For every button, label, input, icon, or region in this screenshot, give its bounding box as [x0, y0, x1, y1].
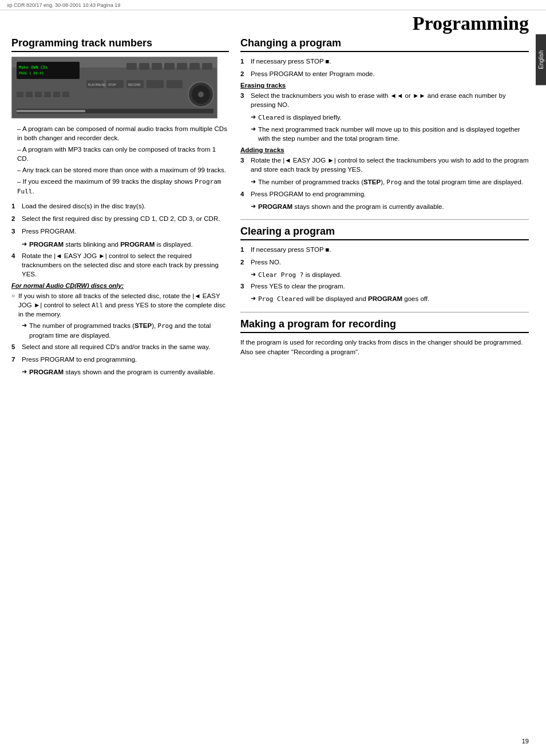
header-bar: xp CDR 820/17 eng. 30-08-2001 10:43 Pagi… — [0, 0, 546, 10]
page-title: Programming — [413, 13, 529, 34]
svg-rect-22 — [17, 92, 23, 97]
svg-rect-7 — [152, 63, 162, 70]
bullet-item: If you exceed the maximum of 99 tracks t… — [11, 177, 229, 196]
clearing-step-2-arrow: Clear Prog ? is displayed. — [251, 270, 529, 279]
svg-text:RECORD: RECORD — [128, 83, 141, 86]
svg-rect-27 — [62, 92, 69, 97]
step-2: 2 Select the first required disc by pres… — [11, 214, 229, 223]
changing-step-1: 1 If necessary press STOP ■. — [240, 57, 529, 66]
page-number: 19 — [522, 738, 529, 745]
device-image: Make OWN CDs PROG 1 00:45 — [11, 57, 217, 118]
svg-rect-24 — [35, 92, 42, 97]
clearing-step-3-arrow: Prog Cleared will be displayed and PROGR… — [251, 294, 529, 303]
svg-rect-25 — [44, 92, 51, 97]
erasing-arrow-2: The next programmed track number will mo… — [251, 125, 529, 143]
bullet-item: Any track can be stored more than once w… — [11, 165, 229, 175]
step-1: 1 Load the desired disc(s) in the disc t… — [11, 201, 229, 211]
left-column: Programming track numbers Make OWN CDs P… — [11, 37, 229, 745]
recording-text: If the program is used for recording onl… — [240, 338, 529, 358]
svg-text:STOP: STOP — [108, 83, 116, 86]
bullet-item: A program with MP3 tracks can only be co… — [11, 145, 229, 163]
svg-rect-18 — [147, 80, 164, 88]
changing-step-2: 2 Press PROGRAM to enter Program mode. — [240, 69, 529, 78]
svg-point-14 — [198, 92, 204, 97]
clearing-step-2: 2 Press NO. — [240, 258, 529, 267]
language-tab: English — [536, 34, 546, 85]
clearing-step-3: 3 Press YES to clear the program. — [240, 282, 529, 291]
left-section-title: Programming track numbers — [11, 37, 229, 52]
adding-step-3: 3 Rotate the |◄ EASY JOG ►| control to s… — [240, 156, 529, 174]
recording-title: Making a program for recording — [240, 318, 529, 333]
svg-rect-10 — [189, 63, 200, 70]
svg-rect-9 — [177, 63, 187, 70]
left-bullets: A program can be composed of normal audi… — [11, 124, 229, 196]
circle-item: If you wish to store all tracks of the s… — [11, 291, 229, 319]
main-content: Programming track numbers Make OWN CDs P… — [11, 37, 529, 745]
svg-rect-5 — [126, 63, 137, 70]
erasing-step-3: 3 Select the tracknumbers you wish to er… — [240, 91, 529, 109]
svg-rect-19 — [167, 80, 183, 88]
clearing-title: Clearing a program — [240, 225, 529, 240]
svg-rect-8 — [164, 63, 175, 70]
circle-arrow: The number of programmed tracks (STEP), … — [22, 321, 229, 339]
svg-text:PLAY/PAUSE: PLAY/PAUSE — [88, 83, 106, 86]
step-5: 5 Select and store all required CD's and… — [11, 342, 229, 351]
bullet-item: A program can be composed of normal audi… — [11, 124, 229, 143]
svg-rect-11 — [202, 63, 212, 70]
step-3: 3 Press PROGRAM. — [11, 227, 229, 236]
step-3-arrow: PROGRAM starts blinking and PROGRAM is d… — [22, 240, 229, 249]
svg-rect-6 — [139, 63, 149, 70]
adding-step-4-arrow: PROGRAM stays shown and the program is c… — [251, 202, 529, 211]
divider-1 — [240, 219, 529, 220]
svg-text:Make OWN CDs: Make OWN CDs — [19, 65, 48, 70]
adding-heading: Adding tracks — [240, 147, 529, 153]
svg-rect-21 — [17, 110, 85, 112]
adding-arrow: The number of programmed tracks (STEP), … — [251, 177, 529, 187]
right-column: Changing a program 1 If necessary press … — [240, 37, 529, 745]
erasing-arrow-1: Cleared is displayed briefly. — [251, 113, 529, 122]
svg-text:PROG 1  00:45: PROG 1 00:45 — [19, 71, 44, 75]
erasing-heading: Erasing tracks — [240, 82, 529, 89]
changing-title: Changing a program — [240, 37, 529, 52]
step-4: 4 Rotate the |◄ EASY JOG ►| control to s… — [11, 251, 229, 279]
header-text: xp CDR 820/17 eng. 30-08-2001 10:43 Pagi… — [7, 2, 120, 8]
step-7: 7 Press PROGRAM to end programming. — [11, 355, 229, 364]
adding-step-4: 4 Press PROGRAM to end programming. — [240, 189, 529, 199]
svg-rect-2 — [17, 62, 80, 79]
clearing-step-1: 1 If necessary press STOP ■. — [240, 245, 529, 254]
svg-rect-23 — [26, 92, 33, 97]
subnote-heading: For normal Audio CD(RW) discs only: — [11, 282, 229, 289]
step-7-arrow: PROGRAM stays shown and the program is c… — [22, 367, 229, 377]
divider-2 — [240, 312, 529, 312]
svg-rect-26 — [53, 92, 60, 97]
